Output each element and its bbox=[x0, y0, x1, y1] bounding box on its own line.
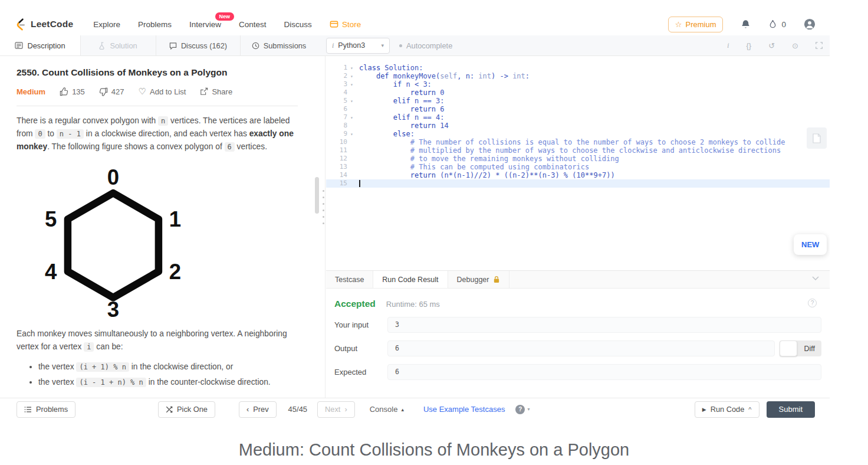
problem-paragraph: Each monkey moves simultaneously to a ne… bbox=[17, 328, 298, 353]
streak-count: 0 bbox=[781, 20, 786, 29]
code-line[interactable]: 9▾ else: bbox=[326, 130, 830, 138]
add-to-list-button[interactable]: ♡ Add to List bbox=[139, 86, 186, 97]
code-line[interactable]: 14 return (n*(n-1)//2) * ((n-2)**(n-3) %… bbox=[326, 171, 830, 179]
share-button[interactable]: Share bbox=[200, 87, 232, 96]
copy-icon bbox=[813, 133, 821, 143]
console-toggle[interactable]: Console ▴ bbox=[370, 405, 404, 414]
left-panel-tabs: Description Solution Discuss (162) Submi… bbox=[0, 35, 323, 55]
avatar[interactable] bbox=[804, 18, 816, 30]
code-line[interactable]: 7▾ elif n == 4: bbox=[326, 113, 830, 122]
code-line[interactable]: 10 # The number of collisions is equal t… bbox=[326, 138, 830, 146]
code-editor[interactable]: 1▾class Solution:2▾ def monkeyMove(self,… bbox=[326, 56, 830, 270]
chevron-left-icon: ‹ bbox=[246, 405, 249, 414]
run-status-row: Accepted Runtime: 65 ms ? bbox=[334, 299, 821, 309]
leetcode-app: LeetCode Explore Problems Interview New … bbox=[0, 0, 830, 420]
code-line[interactable]: 8 return 14 bbox=[326, 122, 830, 130]
diff-toggle-knob bbox=[780, 340, 797, 356]
dot-icon bbox=[399, 44, 402, 47]
autocomplete-toggle[interactable]: Autocomplete bbox=[399, 41, 452, 50]
copy-code-button[interactable] bbox=[807, 127, 827, 149]
pick-one-button[interactable]: Pick One bbox=[158, 401, 215, 418]
code-line[interactable]: 11 # multiplied by the number of ways to… bbox=[326, 146, 830, 155]
polygon-figure: 0 1 2 3 4 5 bbox=[21, 163, 298, 319]
reset-code-icon[interactable]: ↺ bbox=[768, 41, 775, 50]
problem-panel: 2550. Count Collisions of Monkeys on a P… bbox=[0, 56, 314, 398]
nav-item-interview[interactable]: Interview New bbox=[189, 20, 221, 29]
next-button[interactable]: Next › bbox=[317, 401, 355, 418]
bottom-bar: Problems Pick One ‹ Prev 45/45 Next › Co… bbox=[0, 398, 830, 420]
nav-item-contest[interactable]: Contest bbox=[239, 20, 267, 29]
left-panel-scrollbar[interactable] bbox=[315, 177, 319, 214]
nav-item-store[interactable]: Store bbox=[330, 20, 361, 29]
code-line[interactable]: 13 # This can be computed using combinat… bbox=[326, 163, 830, 171]
prev-button[interactable]: ‹ Prev bbox=[239, 401, 277, 418]
navbar: LeetCode Explore Problems Interview New … bbox=[0, 13, 830, 35]
divider bbox=[17, 106, 298, 106]
leetcode-logo[interactable]: LeetCode bbox=[14, 17, 73, 31]
code-line[interactable]: 12 # to move the remaining monkeys witho… bbox=[326, 155, 830, 163]
navbar-right: ☆ Premium 0 bbox=[668, 17, 816, 32]
streak-counter[interactable]: 0 bbox=[768, 19, 786, 30]
output-row: Output 6 Diff bbox=[334, 340, 821, 356]
problems-button[interactable]: Problems bbox=[17, 401, 75, 418]
thumbs-up-icon bbox=[60, 87, 68, 96]
leetcode-logo-icon bbox=[14, 17, 27, 31]
settings-icon[interactable]: ⊙ bbox=[792, 41, 798, 50]
premium-button[interactable]: ☆ Premium bbox=[668, 17, 724, 32]
tab-debugger[interactable]: Debugger bbox=[448, 271, 510, 288]
store-icon bbox=[330, 20, 338, 28]
code-line[interactable]: 6 return 6 bbox=[326, 105, 830, 113]
tab-submissions[interactable]: Submissions bbox=[241, 35, 317, 55]
your-input-row: Your input 3 bbox=[334, 317, 821, 333]
chevron-right-icon: › bbox=[344, 405, 347, 414]
code-line[interactable]: 2▾ def monkeyMove(self, n: int) -> int: bbox=[326, 72, 830, 80]
like-button[interactable]: 135 bbox=[60, 87, 85, 96]
code-line[interactable]: 5▾ elif n == 3: bbox=[326, 97, 830, 105]
fullscreen-icon[interactable] bbox=[816, 42, 823, 49]
difficulty-badge: Medium bbox=[17, 87, 45, 96]
interview-new-badge: New bbox=[215, 12, 235, 21]
format-braces-icon[interactable]: {} bbox=[747, 41, 752, 50]
tab-run-code-result[interactable]: Run Code Result bbox=[373, 271, 448, 288]
caret-up-icon: ▴ bbox=[401, 407, 404, 412]
code-line[interactable]: 4 return 0 bbox=[326, 89, 830, 97]
tab-discuss[interactable]: Discuss (162) bbox=[156, 35, 241, 55]
nav-item-explore[interactable]: Explore bbox=[93, 20, 120, 29]
help-menu[interactable]: ? ▾ bbox=[515, 405, 530, 414]
list-item: the vertex (i + 1) % n in the clockwise … bbox=[38, 361, 298, 374]
use-example-testcases-link[interactable]: Use Example Testcases bbox=[423, 405, 505, 414]
submit-button[interactable]: Submit bbox=[767, 401, 815, 418]
run-result-panel: Testcase Run Code Result Debugger Accept… bbox=[326, 270, 830, 398]
info-icon[interactable]: i bbox=[727, 41, 729, 50]
code-line[interactable]: 1▾class Solution: bbox=[326, 64, 830, 72]
language-select[interactable]: i Python3 ▾ bbox=[326, 38, 390, 54]
diff-toggle[interactable]: Diff bbox=[780, 340, 821, 356]
nav-item-problems[interactable]: Problems bbox=[138, 20, 172, 29]
dislike-button[interactable]: 427 bbox=[99, 87, 124, 96]
tab-description[interactable]: Description bbox=[0, 35, 81, 55]
problem-meta: Medium 135 427 ♡ Add to List bbox=[17, 86, 298, 97]
notifications-bell-icon[interactable] bbox=[741, 19, 751, 30]
collapse-panel-icon[interactable] bbox=[812, 276, 819, 280]
help-icon[interactable]: ? bbox=[808, 299, 817, 307]
problem-title: 2550. Count Collisions of Monkeys on a P… bbox=[17, 67, 298, 78]
caret-up-icon: ^ bbox=[748, 406, 751, 413]
brand-name: LeetCode bbox=[31, 19, 73, 30]
question-icon: ? bbox=[515, 405, 525, 414]
field-label: Your input bbox=[334, 320, 387, 329]
panel-resize-handle[interactable] bbox=[322, 190, 325, 229]
code-line[interactable]: 15 bbox=[326, 179, 830, 188]
problem-paragraph: There is a regular convex polygon with n… bbox=[17, 114, 298, 153]
editor-icon-row: i {} ↺ ⊙ bbox=[727, 35, 823, 55]
tab-solution[interactable]: Solution bbox=[81, 35, 156, 55]
run-code-button[interactable]: ▶ Run Code ^ bbox=[695, 401, 760, 418]
your-input-value: 3 bbox=[387, 317, 821, 333]
nav-item-discuss[interactable]: Discuss bbox=[284, 20, 312, 29]
code-line[interactable]: 3▾ if n < 3: bbox=[326, 80, 830, 89]
field-label: Expected bbox=[334, 368, 387, 376]
panel-divider-line bbox=[325, 56, 326, 398]
problem-counter: 45/45 bbox=[288, 405, 308, 414]
star-icon: ☆ bbox=[675, 20, 682, 29]
new-feature-badge[interactable]: NEW bbox=[794, 234, 827, 255]
tab-testcase[interactable]: Testcase bbox=[326, 271, 373, 288]
